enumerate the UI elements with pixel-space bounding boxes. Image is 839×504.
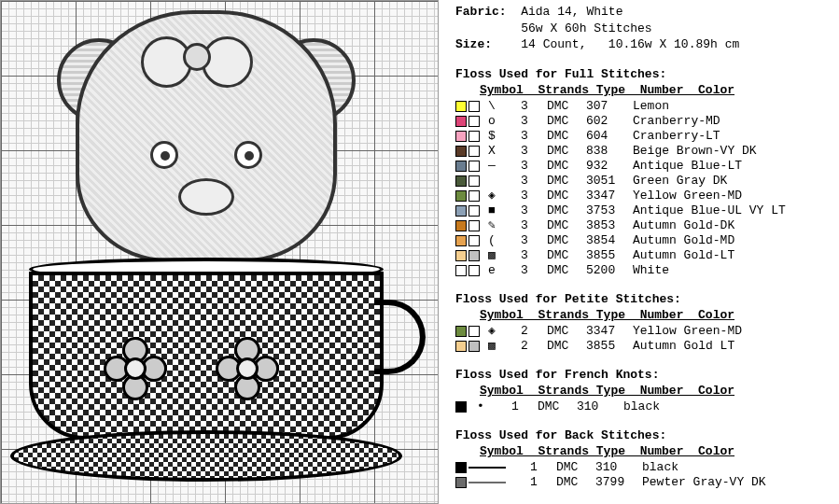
number-cell: 5200 [586, 262, 633, 279]
color-name-cell: Lemon [633, 98, 832, 115]
legend-row: ▩2DMC3855Autumn Gold LT [455, 339, 832, 354]
legend-header: Symbol Strands Type Number Color [480, 443, 832, 460]
color-swatch [455, 205, 467, 217]
symbol-cell: X [482, 143, 502, 160]
number-cell: 3854 [586, 232, 633, 249]
back-stitches-section: Floss Used for Back Stitches: Symbol Str… [455, 427, 832, 490]
symbol-cell: \ [482, 98, 502, 115]
color-swatch [455, 161, 467, 172]
color-name-cell: Pewter Gray-VY DK [642, 474, 832, 491]
color-swatch [455, 462, 467, 473]
symbol-cell: • [468, 399, 493, 415]
number-cell: 3347 [586, 323, 633, 340]
legend-row: ◈2DMC3347Yellow Green-MD [455, 324, 832, 339]
size-row: Size: 14 Count, 10.16w X 10.89h cm [455, 36, 832, 53]
color-name-cell: Autumn Gold-MD [633, 232, 832, 249]
symbol-cell: o [482, 113, 502, 130]
strands-cell: 3 [502, 98, 547, 115]
color-swatch [455, 220, 467, 231]
color-name-cell: black [623, 399, 832, 415]
snout [178, 178, 234, 216]
number-cell: 3855 [586, 338, 633, 355]
strands-cell: 3 [502, 143, 547, 160]
symbol-swatch [468, 175, 480, 187]
strands-cell: 2 [502, 323, 547, 340]
legend-row: —3DMC932Antique Blue-LT [455, 159, 832, 174]
strands-cell: 1 [511, 474, 556, 491]
legend-row: ✎3DMC3853Autumn Gold-DK [455, 218, 832, 233]
symbol-swatch [468, 205, 480, 217]
type-cell: DMC [556, 459, 595, 476]
stitch-dims: 56w X 60h Stitches [455, 21, 832, 37]
color-swatch [455, 326, 467, 337]
type-cell: DMC [547, 143, 586, 160]
strands-cell: 3 [502, 247, 547, 264]
size-value: 14 Count, 10.16w X 10.89h cm [521, 37, 739, 51]
color-swatch [455, 190, 467, 202]
teacup-body [29, 272, 384, 440]
legend-row: •1DMC310black [455, 399, 832, 414]
full-stitches-section: Floss Used for Full Stitches: Symbol Str… [455, 66, 832, 278]
symbol-swatch [468, 326, 480, 337]
symbol-swatch [468, 250, 480, 261]
strands-cell: 3 [502, 262, 547, 279]
strands-cell: 3 [502, 232, 547, 249]
legend-header: Symbol Strands Type Number Color [480, 307, 832, 324]
fabric-value: Aida 14, White [521, 5, 622, 19]
number-cell: 3347 [586, 188, 633, 204]
symbol-cell: ◈ [482, 323, 502, 340]
type-cell: DMC [547, 173, 586, 189]
strands-cell: 3 [502, 203, 547, 219]
strands-cell: 3 [502, 217, 547, 234]
symbol-cell: — [482, 158, 502, 175]
color-swatch [455, 477, 467, 488]
number-cell: 932 [586, 158, 633, 175]
color-name-cell: Antique Blue-UL VY LT [633, 203, 832, 219]
legend-header: Symbol Strands Type Number Color [480, 82, 832, 99]
color-name-cell: Green Gray DK [633, 173, 832, 189]
number-cell: 3853 [586, 217, 633, 234]
symbol-swatch [468, 101, 480, 112]
bow-center [183, 43, 211, 71]
type-cell: DMC [547, 338, 586, 355]
symbol-cell: ▩ [482, 338, 502, 355]
legend-row: X3DMC838Beige Brown-VY DK [455, 144, 832, 159]
cup-flower-left [104, 337, 169, 402]
color-name-cell: Autumn Gold-LT [633, 247, 832, 264]
legend-row: ◈3DMC3347Yellow Green-MD [455, 189, 832, 203]
color-swatch [455, 265, 467, 276]
legend-row: ■3DMC3753Antique Blue-UL VY LT [455, 203, 832, 218]
color-swatch [455, 146, 467, 157]
backstitch-line-icon [468, 482, 506, 483]
type-cell: DMC [556, 474, 595, 491]
number-cell: 310 [595, 459, 642, 476]
color-name-cell: White [633, 262, 832, 279]
saucer [10, 430, 402, 482]
type-cell: DMC [547, 98, 586, 115]
strands-cell: 2 [502, 338, 547, 355]
number-cell: 604 [586, 128, 633, 145]
color-swatch [455, 175, 467, 187]
section-title: Floss Used for Back Stitches: [455, 427, 832, 444]
type-cell: DMC [547, 188, 586, 204]
color-name-cell: Yellow Green-MD [633, 323, 832, 340]
legend-row: e3DMC5200White [455, 263, 832, 278]
color-swatch [455, 235, 467, 246]
legend-row: $3DMC604Cranberry-LT [455, 129, 832, 144]
color-swatch [455, 131, 467, 142]
symbol-cell: $ [482, 128, 502, 145]
section-title: Floss Used for French Knots: [455, 367, 832, 384]
cup-flower-right [216, 337, 281, 402]
legend-row: (3DMC3854Autumn Gold-MD [455, 233, 832, 248]
type-cell: DMC [547, 128, 586, 145]
symbol-cell: ✎ [482, 217, 502, 234]
legend-row: o3DMC602Cranberry-MD [455, 114, 832, 129]
symbol-swatch [468, 220, 480, 231]
backstitch-line-icon [468, 467, 506, 469]
number-cell: 3753 [586, 203, 633, 219]
eye-right [234, 141, 262, 169]
strands-cell: 3 [502, 188, 547, 204]
symbol-cell: e [482, 262, 502, 279]
symbol-swatch [468, 131, 480, 142]
type-cell: DMC [547, 323, 586, 340]
